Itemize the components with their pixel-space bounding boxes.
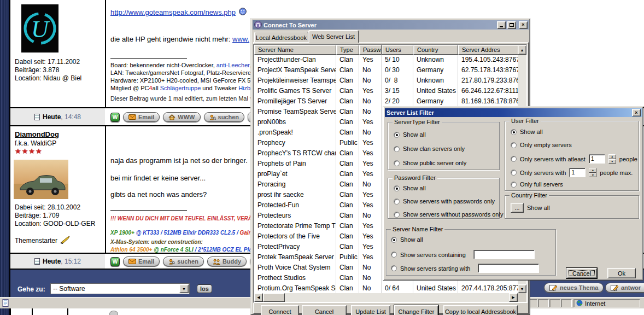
radio-with-passwords[interactable]: Show servers with passwords only — [394, 198, 495, 205]
horizontal-scrollbar[interactable]: ◀ ▶ — [254, 293, 526, 302]
radio-only-empty[interactable]: Only empty servers — [511, 142, 572, 148]
cell-server-address: 62.75.178.143:8767 — [458, 65, 518, 75]
containing-input[interactable] — [473, 250, 535, 259]
cell-server-country: United States — [413, 283, 458, 293]
connect-button[interactable]: Connect — [261, 305, 299, 315]
radio-show-all-users[interactable]: Show all — [511, 129, 543, 135]
col-header-passw[interactable]: Passw. — [359, 45, 382, 55]
tab-web-server-list[interactable]: Web Server List — [308, 30, 359, 43]
update-list-button[interactable]: Update List — [351, 305, 390, 315]
schlaegertruppe-link[interactable]: Schlägertruppe — [160, 85, 201, 91]
server-row[interactable]: Protium.Org TeamSpeak ServeClanNo0/ 64Un… — [254, 283, 518, 293]
scroll-up-icon[interactable]: ▲ — [518, 45, 526, 55]
cell-server-address: 66.246.122.67:8111 — [458, 86, 518, 96]
sig-xmas-line: X-Mas-System: under construction: — [110, 239, 203, 245]
col-header-country[interactable]: Country — [413, 45, 458, 55]
goto-go-button[interactable]: los — [197, 284, 212, 293]
author-name-link[interactable]: DiamondDog — [15, 130, 59, 138]
sig-text: Board: bekennender nicht-Overclocker, — [110, 62, 216, 68]
connect-dialog-titlebar[interactable]: Connect To Server × — [253, 20, 529, 30]
post2-line3: gibts da net noch was anders? — [110, 190, 207, 199]
filter-ok-button[interactable]: Ok — [607, 268, 636, 278]
radio-show-all-names[interactable]: Show all — [391, 236, 423, 243]
today-label: Heute — [43, 258, 61, 265]
new-thread-button[interactable]: neues Thema — [544, 283, 604, 293]
atleast-count-input[interactable]: 1 — [589, 154, 605, 164]
cell-server-type: Public — [336, 138, 359, 148]
avatar — [14, 160, 68, 201]
homepage-button[interactable]: W — [110, 257, 120, 266]
col-header-server-address[interactable]: Server Addres — [458, 45, 518, 55]
cell-server-name: Prothect Studios — [254, 273, 336, 283]
cell-server-passw: No — [359, 262, 382, 273]
radio-show-all-types[interactable]: Show all — [394, 131, 426, 138]
radio-show-all-pw[interactable]: Show all — [394, 185, 426, 191]
close-icon[interactable]: × — [632, 109, 641, 116]
homepage-button[interactable]: W — [110, 113, 120, 122]
search-button[interactable]: suchen — [204, 112, 245, 122]
server-row[interactable]: Prolific Games TS ServerClanYes3/ 15Unit… — [254, 86, 518, 96]
page-left-margin — [0, 0, 9, 315]
radio-only-full[interactable]: Only full servers — [511, 181, 563, 188]
radio-starting-with[interactable]: Show servers starting with — [391, 264, 539, 273]
cancel-button[interactable]: Cancel — [302, 305, 347, 315]
cell-server-name: Projectthunder-Clan — [254, 55, 336, 65]
buddy-button[interactable]: Buddy — [207, 256, 247, 266]
filter-dialog-titlebar[interactable]: Server List Filter × — [385, 108, 642, 117]
starting-with-input[interactable] — [478, 264, 539, 273]
col-header-server-name[interactable]: Server Name — [254, 45, 336, 55]
anti-leecher-link[interactable]: anti-Leecher — [216, 62, 250, 68]
cell-server-name: prost ihr saecke — [254, 190, 336, 200]
country-picker-button[interactable]: ... — [511, 203, 524, 213]
filter-cancel-button[interactable]: Cancel — [566, 268, 597, 278]
radio-containing[interactable]: Show servers containing — [391, 250, 535, 259]
max-count-input[interactable]: 1 — [569, 168, 586, 177]
tab-local-addressbook[interactable]: Local Addressbook — [254, 32, 308, 43]
close-icon[interactable]: × — [519, 21, 528, 29]
starter-label: Themenstarter — [15, 237, 57, 244]
col-header-type[interactable]: Type — [336, 45, 359, 55]
search-button[interactable]: suchen — [163, 256, 204, 266]
email-button[interactable]: Email — [123, 112, 160, 122]
server-row[interactable]: ProjectX TeamSpeak ServerClanNo0/ 30Germ… — [254, 65, 518, 75]
cell-server-passw: No — [359, 96, 382, 107]
cell-server-name: Prophecy — [254, 138, 336, 148]
sig-motto-line: !!! WENN DU DICH MIT DEM TEUFEL EINLÄSST… — [110, 215, 271, 221]
edit-note: Dieser Beitrag wurde 1 mal editiert, zum… — [110, 95, 253, 102]
server-row[interactable]: Promillejäger TS ServerClanNo2/ 20German… — [254, 96, 518, 107]
scroll-right-icon[interactable]: ▶ — [509, 293, 518, 302]
radio-max[interactable]: Only servers with 1▲▼people max. — [511, 168, 633, 177]
old-hp-link[interactable]: www. — [232, 35, 249, 43]
goteamspeak-link[interactable]: http://www.goteamspeak.com/news.php — [110, 8, 236, 16]
server-row[interactable]: Projectthunder-ClanClanYes5/ 10Unknown19… — [254, 55, 518, 65]
cell-server-type: Clan — [336, 231, 359, 242]
cell-server-type: Clan — [336, 55, 359, 65]
post1-body-line2: die alte HP geht irgendwie nicht mehr: w… — [110, 35, 249, 43]
post-icon — [34, 114, 40, 120]
server-row[interactable]: Projektileinweiser TeamspeakClanNo0/ 8Un… — [254, 75, 518, 86]
maximize-button[interactable] — [507, 21, 516, 29]
change-filter-button[interactable]: Change Filter — [394, 305, 438, 315]
quill-icon — [60, 236, 71, 246]
goto-forum-select[interactable]: -- Software ▼ — [50, 283, 190, 294]
email-button[interactable]: Email — [123, 256, 160, 266]
max-spinner[interactable]: ▲▼ — [589, 168, 596, 177]
radio-clan-only[interactable]: Show clan servers only — [394, 145, 465, 152]
radio-without-passwords[interactable]: Show servers without passwords only — [394, 211, 503, 218]
sig-hardware-line: Hardware: XP2100+ H20-cooled, MSI GeForc… — [110, 77, 267, 84]
scroll-down-icon[interactable]: ▼ — [518, 284, 526, 293]
chevron-down-icon[interactable]: ▼ — [179, 284, 189, 293]
col-header-users[interactable]: Users — [382, 45, 413, 55]
copy-to-addressbook-button[interactable]: Copy to local Addressbook — [443, 305, 518, 315]
radio-atleast[interactable]: Only servers with atleast 1▲▼people — [511, 154, 637, 164]
cell-server-passw: No — [359, 65, 382, 75]
minimize-button[interactable] — [497, 21, 506, 29]
atleast-spinner[interactable]: ▲▼ — [608, 154, 616, 164]
www-button[interactable]: WWW — [163, 112, 200, 122]
radio-public-only[interactable]: Show public server only — [394, 160, 466, 166]
reply-button[interactable]: antwor — [605, 283, 644, 293]
scroll-left-icon[interactable]: ◀ — [254, 293, 263, 302]
svg-text:U: U — [31, 16, 50, 43]
cell-server-name: Proth Voice Chat System — [254, 262, 336, 273]
scrollbar-thumb[interactable] — [263, 293, 285, 302]
